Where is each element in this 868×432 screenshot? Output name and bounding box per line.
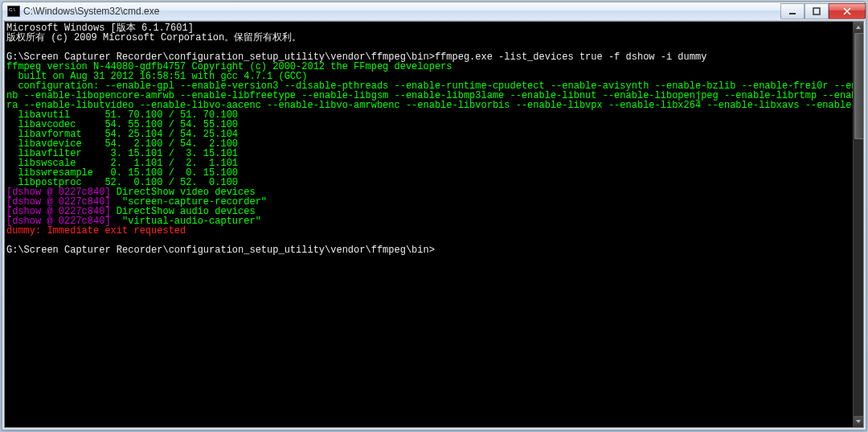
svg-rect-1 <box>813 8 820 14</box>
chevron-down-icon <box>855 418 862 425</box>
minimize-button[interactable] <box>780 3 805 19</box>
cmd-icon <box>7 6 20 17</box>
terminal-line: G:\Screen Capturer Recorder\configuratio… <box>6 245 852 255</box>
scroll-thumb[interactable] <box>854 33 864 139</box>
window-buttons <box>780 3 866 19</box>
window-title: C:\Windows\System32\cmd.exe <box>23 6 780 17</box>
titlebar[interactable]: C:\Windows\System32\cmd.exe <box>2 2 866 21</box>
terminal-line: 版权所有 (c) 2009 Microsoft Corporation。保留所有… <box>6 33 852 43</box>
terminal-output[interactable]: Microsoft Windows [版本 6.1.7601]版权所有 (c) … <box>5 22 854 427</box>
maximize-icon <box>813 7 821 15</box>
vertical-scrollbar[interactable] <box>853 22 863 427</box>
scroll-down-button[interactable] <box>854 416 863 427</box>
minimize-icon <box>788 7 796 15</box>
terminal-line: dummy: Immediate exit requested <box>6 226 852 236</box>
cmd-window: C:\Windows\System32\cmd.exe Microsoft Wi… <box>2 2 866 430</box>
svg-rect-0 <box>789 13 796 14</box>
chevron-up-icon <box>855 24 862 31</box>
close-button[interactable] <box>829 3 866 19</box>
terminal-client: Microsoft Windows [版本 6.1.7601]版权所有 (c) … <box>4 21 864 428</box>
close-icon <box>842 7 852 15</box>
maximize-button[interactable] <box>805 3 829 19</box>
scroll-up-button[interactable] <box>854 22 863 33</box>
